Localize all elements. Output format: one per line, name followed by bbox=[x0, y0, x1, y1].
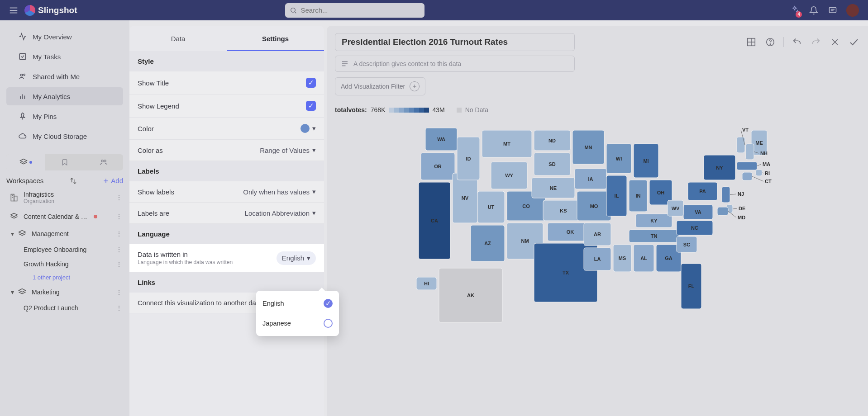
lang-option-english[interactable]: English ✓ bbox=[256, 293, 339, 313]
state-label-ks: KS bbox=[560, 208, 567, 213]
setting-show-title[interactable]: Show Title ✓ bbox=[129, 71, 324, 95]
visualization-canvas: Presidential Election 2016 Turnout Rates… bbox=[327, 26, 868, 416]
confirm-icon[interactable] bbox=[848, 36, 860, 48]
project-employee-onboarding[interactable]: Employee Onboarding ⋮ bbox=[0, 242, 129, 257]
close-icon[interactable] bbox=[829, 36, 841, 48]
legend-max: 43M bbox=[433, 106, 445, 113]
more-icon[interactable]: ⋮ bbox=[113, 260, 125, 268]
setting-color-as[interactable]: Color as Range of Values▾ bbox=[129, 140, 324, 161]
svg-line-42 bbox=[730, 194, 736, 195]
state-label-in: IN bbox=[636, 193, 641, 199]
state-ma[interactable] bbox=[737, 162, 757, 170]
more-icon[interactable]: ⋮ bbox=[113, 194, 125, 201]
svg-marker-25 bbox=[19, 231, 26, 234]
panel-tab-bookmarks[interactable] bbox=[45, 154, 84, 170]
nav-label: My Cloud Storage bbox=[33, 132, 87, 140]
comments-icon[interactable] bbox=[827, 5, 838, 16]
add-workspace-button[interactable]: Add bbox=[103, 177, 123, 184]
tab-data[interactable]: Data bbox=[129, 26, 227, 51]
grid-icon[interactable] bbox=[745, 36, 757, 48]
redo-icon[interactable] bbox=[810, 36, 822, 48]
state-nj[interactable] bbox=[722, 187, 730, 203]
layers-icon bbox=[19, 158, 28, 166]
workspace-content-calendar[interactable]: Content Calendar & … ⋮ bbox=[0, 208, 129, 225]
checkbox-checked-icon[interactable]: ✓ bbox=[306, 78, 316, 88]
setting-color[interactable]: Color ▾ bbox=[129, 118, 324, 140]
state-label-nv: NV bbox=[462, 195, 469, 201]
panel-tab-people[interactable] bbox=[84, 154, 123, 170]
more-projects-link[interactable]: 1 other project bbox=[0, 271, 129, 284]
legend-nodata: No Data bbox=[465, 106, 488, 113]
state-label-ky: KY bbox=[650, 218, 658, 223]
state-label-la: LA bbox=[594, 256, 601, 262]
chevron-down-icon[interactable]: ▾ bbox=[9, 231, 15, 237]
viz-title-input[interactable]: Presidential Election 2016 Turnout Rates bbox=[335, 33, 575, 51]
nav-label: My Pins bbox=[33, 113, 57, 120]
brand-logo[interactable]: Slingshot bbox=[24, 5, 77, 16]
language-dropdown: English ✓ Japanese bbox=[256, 291, 339, 336]
state-md[interactable] bbox=[717, 207, 728, 215]
viz-description-input[interactable]: A description gives context to this data bbox=[335, 56, 575, 72]
more-icon[interactable]: ⋮ bbox=[113, 213, 125, 220]
radio-unselected-icon bbox=[324, 319, 333, 328]
state-nh[interactable] bbox=[746, 144, 754, 160]
panel-tab-layers[interactable] bbox=[6, 154, 45, 170]
bell-icon[interactable] bbox=[808, 5, 819, 16]
hamburger-icon[interactable] bbox=[8, 5, 19, 16]
add-filter-button[interactable]: Add Visualization Filter ＋ bbox=[335, 77, 425, 95]
state-ri[interactable] bbox=[756, 170, 762, 176]
more-icon[interactable]: ⋮ bbox=[113, 288, 125, 296]
search-input[interactable] bbox=[300, 6, 420, 14]
checkbox-checked-icon[interactable]: ✓ bbox=[306, 101, 316, 111]
more-icon[interactable]: ⋮ bbox=[113, 304, 125, 312]
workspace-management[interactable]: ▾ Management ⋮ bbox=[0, 225, 129, 242]
setting-data-language[interactable]: Data is written in Language in which the… bbox=[129, 244, 324, 272]
state-label-ok: OK bbox=[567, 229, 574, 235]
user-avatar[interactable] bbox=[846, 4, 859, 17]
nav-my-cloud-storage[interactable]: My Cloud Storage bbox=[6, 127, 123, 145]
state-vt[interactable] bbox=[737, 137, 745, 153]
state-label-va: VA bbox=[695, 209, 701, 215]
sort-icon[interactable] bbox=[70, 177, 77, 184]
setting-value: English bbox=[282, 254, 304, 262]
lang-option-japanese[interactable]: Japanese bbox=[256, 313, 339, 333]
nav-my-analytics[interactable]: My Analytics bbox=[6, 87, 123, 105]
nav-my-tasks[interactable]: My Tasks bbox=[6, 47, 123, 66]
nav-my-pins[interactable]: My Pins bbox=[6, 107, 123, 125]
state-label-ri: RI bbox=[765, 170, 770, 176]
nav-my-overview[interactable]: My Overview bbox=[6, 28, 123, 46]
setting-show-legend[interactable]: Show Legend ✓ bbox=[129, 95, 324, 118]
project-q2-launch[interactable]: Q2 Product Launch ⋮ bbox=[0, 301, 129, 315]
svg-point-31 bbox=[770, 44, 770, 44]
svg-point-10 bbox=[24, 74, 25, 76]
setting-show-labels[interactable]: Show labels Only when has values▾ bbox=[129, 181, 324, 203]
help-icon[interactable] bbox=[764, 36, 776, 48]
nav-shared-with-me[interactable]: Shared with Me bbox=[6, 67, 123, 85]
state-label-id: ID bbox=[466, 156, 471, 161]
more-icon[interactable]: ⋮ bbox=[113, 230, 125, 237]
setting-label: Show Title bbox=[138, 79, 169, 87]
state-label-il: IL bbox=[615, 193, 619, 199]
setting-labels-are[interactable]: Labels are Location Abbreviation▾ bbox=[129, 203, 324, 224]
state-label-ma: MA bbox=[763, 161, 770, 167]
workspace-marketing[interactable]: ▾ Marketing ⋮ bbox=[0, 284, 129, 301]
undo-icon[interactable] bbox=[791, 36, 803, 48]
users-icon bbox=[18, 72, 27, 81]
chevron-down-icon[interactable]: ▾ bbox=[9, 289, 15, 295]
state-label-nj: NJ bbox=[738, 191, 744, 197]
chevron-down-icon: ▾ bbox=[312, 124, 316, 132]
cloud-icon bbox=[18, 132, 27, 141]
chevron-down-icon: ▾ bbox=[307, 254, 310, 262]
assist-icon[interactable]: 4 bbox=[789, 5, 800, 16]
top-bar: Slingshot 4 bbox=[0, 0, 868, 20]
state-label-ms: MS bbox=[619, 255, 626, 261]
more-icon[interactable]: ⋮ bbox=[113, 246, 125, 253]
chevron-down-icon: ▾ bbox=[312, 209, 316, 217]
tab-settings[interactable]: Settings bbox=[227, 26, 324, 51]
global-search[interactable] bbox=[285, 3, 424, 18]
workspace-name: Marketing bbox=[32, 288, 59, 296]
brand-name: Slingshot bbox=[38, 5, 77, 15]
state-ct[interactable] bbox=[742, 172, 752, 180]
project-growth-hacking[interactable]: Growth Hacking ⋮ bbox=[0, 257, 129, 271]
workspace-org-infragistics[interactable]: Infragistics Organization ⋮ bbox=[0, 187, 129, 208]
